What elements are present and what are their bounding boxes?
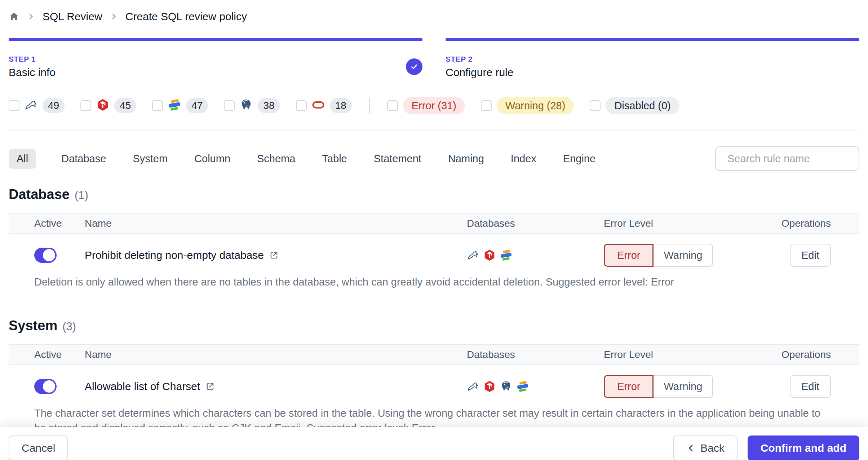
- rule-name: Allowable list of Charset: [85, 380, 467, 393]
- error-level-warning-button[interactable]: Warning: [654, 244, 713, 267]
- tab-schema[interactable]: Schema: [256, 149, 297, 169]
- step-2: STEP 2 Configure rule: [446, 38, 859, 79]
- error-level-segmented-control: Error Warning: [604, 244, 752, 267]
- tab-system[interactable]: System: [131, 149, 169, 169]
- breadcrumb: SQL Review Create SQL review policy: [9, 9, 859, 24]
- filter-engine-tidb: 45: [80, 98, 136, 113]
- table-header-row: Active Name Databases Error Level Operat…: [9, 345, 859, 365]
- error-level-segmented-control: Error Warning: [604, 375, 752, 398]
- table-header-row: Active Name Databases Error Level Operat…: [9, 213, 859, 234]
- tab-statement[interactable]: Statement: [372, 149, 423, 169]
- mysql-count-badge: 49: [43, 98, 65, 113]
- section-count: (3): [62, 320, 76, 333]
- postgres-filter-checkbox[interactable]: [224, 100, 235, 111]
- chevron-left-icon: [686, 443, 696, 453]
- chevron-right-icon: [27, 12, 35, 21]
- tab-naming[interactable]: Naming: [447, 149, 486, 169]
- edit-button[interactable]: Edit: [790, 375, 831, 398]
- oceanbase-engine-icon: [500, 249, 512, 261]
- search-input[interactable]: [727, 153, 863, 165]
- step-1-completed-check-icon: [406, 58, 422, 75]
- stepper: STEP 1 Basic info STEP 2 Configure rule: [9, 38, 859, 79]
- oceanbase-filter-checkbox[interactable]: [152, 100, 163, 111]
- footer-action-bar: Cancel Back Confirm and add: [0, 427, 868, 460]
- tab-engine[interactable]: Engine: [562, 149, 597, 169]
- breadcrumb-current-page: Create SQL review policy: [125, 10, 247, 23]
- col-active: Active: [34, 218, 85, 229]
- section-header-system: System (3): [9, 318, 859, 333]
- tidb-filter-checkbox[interactable]: [80, 100, 91, 111]
- home-icon[interactable]: [9, 11, 19, 22]
- external-link-icon[interactable]: [269, 250, 279, 260]
- database-rules-table: Active Name Databases Error Level Operat…: [9, 213, 859, 299]
- filter-engine-mysql: 49: [9, 98, 65, 113]
- filter-engine-oceanbase: 47: [152, 98, 208, 113]
- tidb-engine-icon: [483, 249, 496, 261]
- filter-disabled: Disabled (0): [590, 97, 679, 114]
- rule-active-toggle[interactable]: [34, 379, 57, 394]
- error-level-error-button[interactable]: Error: [604, 244, 654, 267]
- filter-engine-postgres: 38: [224, 98, 280, 113]
- breadcrumb-sql-review[interactable]: SQL Review: [43, 10, 102, 23]
- col-name: Name: [85, 349, 467, 361]
- rule-active-toggle[interactable]: [34, 248, 57, 263]
- step-2-title: Configure rule: [446, 66, 513, 79]
- col-name: Name: [85, 218, 467, 229]
- step-1: STEP 1 Basic info: [9, 38, 422, 79]
- tab-all[interactable]: All: [9, 149, 36, 169]
- rule-databases: [467, 380, 604, 393]
- tab-database[interactable]: Database: [60, 149, 107, 169]
- back-button[interactable]: Back: [673, 435, 738, 460]
- col-active: Active: [34, 349, 85, 361]
- warning-count-badge: Warning (28): [497, 97, 574, 114]
- filter-engine-oracle: 18: [296, 98, 352, 113]
- mysql-engine-icon: [467, 249, 479, 261]
- tidb-count-badge: 45: [114, 98, 136, 113]
- rule-databases: [467, 249, 604, 261]
- create-sql-review-policy-page: SQL Review Create SQL review policy STEP…: [0, 9, 868, 460]
- oceanbase-count-badge: 47: [186, 98, 208, 113]
- tab-table[interactable]: Table: [320, 149, 348, 169]
- step-2-progress-bar: [446, 38, 859, 41]
- section-title: System: [9, 318, 57, 333]
- tidb-engine-icon: [96, 98, 109, 111]
- section-title: Database: [9, 187, 70, 202]
- filter-bar: 49 45 47 38 18 Error (31) War: [9, 97, 859, 114]
- col-error-level: Error Level: [604, 218, 752, 229]
- oceanbase-engine-icon: [168, 98, 181, 111]
- postgres-engine-icon: [500, 380, 512, 393]
- mysql-engine-icon: [467, 380, 479, 393]
- step-2-label: STEP 2: [446, 55, 513, 63]
- oceanbase-engine-icon: [517, 380, 529, 393]
- category-tabs: All Database System Column Schema Table …: [9, 149, 715, 169]
- postgres-count-badge: 38: [258, 98, 280, 113]
- disabled-filter-checkbox[interactable]: [590, 100, 601, 111]
- disabled-count-badge: Disabled (0): [606, 97, 679, 114]
- table-row: Prohibit deleting non-empty database Err…: [9, 234, 859, 299]
- col-operations: Operations: [752, 349, 831, 361]
- external-link-icon[interactable]: [205, 381, 215, 392]
- error-filter-checkbox[interactable]: [387, 100, 398, 111]
- section-divider: [9, 131, 859, 131]
- warning-filter-checkbox[interactable]: [481, 100, 492, 111]
- step-1-label: STEP 1: [9, 55, 56, 63]
- oracle-filter-checkbox[interactable]: [296, 100, 307, 111]
- filter-error: Error (31): [387, 97, 465, 114]
- error-level-warning-button[interactable]: Warning: [654, 375, 713, 398]
- tab-index[interactable]: Index: [509, 149, 538, 169]
- col-operations: Operations: [752, 218, 831, 229]
- section-count: (1): [75, 189, 88, 202]
- search-box: [715, 146, 859, 171]
- col-error-level: Error Level: [604, 349, 752, 361]
- oracle-engine-icon: [312, 98, 325, 111]
- edit-button[interactable]: Edit: [790, 244, 831, 267]
- confirm-and-add-button[interactable]: Confirm and add: [748, 435, 859, 460]
- filter-divider: [369, 98, 370, 114]
- error-level-error-button[interactable]: Error: [604, 375, 654, 398]
- col-databases: Databases: [467, 218, 604, 229]
- mysql-filter-checkbox[interactable]: [9, 100, 19, 111]
- tab-column[interactable]: Column: [193, 149, 232, 169]
- cancel-button[interactable]: Cancel: [9, 435, 68, 460]
- col-databases: Databases: [467, 349, 604, 361]
- error-count-badge: Error (31): [403, 97, 465, 114]
